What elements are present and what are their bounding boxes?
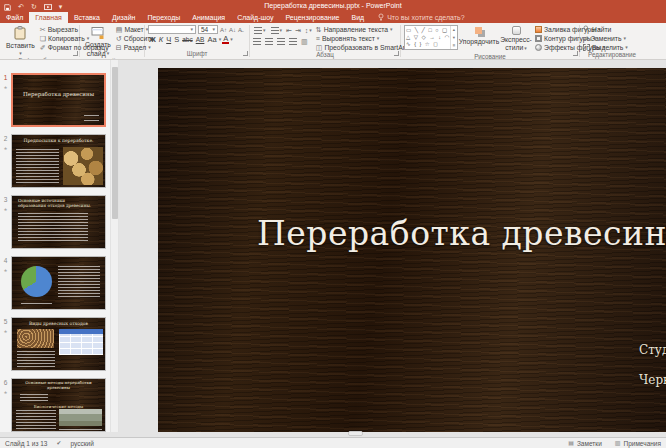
- slide-number: 3: [4, 196, 8, 203]
- drawing-dialog-launcher[interactable]: [573, 51, 578, 56]
- slide-byline-1[interactable]: Студ: [639, 343, 666, 357]
- change-case-button[interactable]: Аа: [206, 35, 217, 44]
- slide-thumbnail-panel: 1★ Переработка древесины 2★ Предпосылки …: [0, 60, 110, 432]
- thumbnail-item-2[interactable]: 2★ Предпосылки к переработке.: [0, 134, 110, 188]
- find-button[interactable]: Найти: [583, 25, 628, 33]
- columns-icon[interactable]: ▥: [301, 38, 308, 45]
- font-group-label: Шрифт: [148, 50, 246, 59]
- thumbnail-item-4[interactable]: 4★: [0, 256, 110, 310]
- window-title: Переработка древесины.pptx - PowerPoint: [0, 0, 666, 12]
- slide-byline-2[interactable]: Черн: [639, 373, 666, 387]
- select-button[interactable]: Выделить▾: [583, 43, 628, 51]
- shapes-scroll-down-icon[interactable]: ▾: [453, 35, 455, 40]
- paragraph-dialog-launcher[interactable]: [394, 51, 399, 56]
- tab-animations[interactable]: Анимация: [186, 12, 231, 23]
- align-left-icon[interactable]: [253, 38, 261, 45]
- shape-fill-icon: [535, 26, 542, 33]
- shapes-gallery-scroll[interactable]: ▴ ▾ ≡: [450, 26, 457, 49]
- quick-styles-icon: [512, 26, 521, 35]
- thumbnail-item-6[interactable]: 6★ Основные методы переработки древесины…: [0, 378, 110, 432]
- tell-me-box[interactable]: Что вы хотите сделать?: [370, 12, 472, 23]
- thumb-title: Переработка древесины: [15, 91, 102, 97]
- thumbnail-item-3[interactable]: 3★ Основные источники образования отходо…: [0, 195, 110, 249]
- replace-icon: ⇄: [583, 35, 589, 42]
- new-slide-button[interactable]: Создать слайд▾: [83, 25, 113, 58]
- numbering-icon: [271, 27, 279, 34]
- new-slide-icon: [91, 26, 104, 40]
- comments-button[interactable]: ▥Примечания: [615, 440, 661, 447]
- redo-icon[interactable]: ↻: [31, 3, 37, 10]
- spellcheck-button[interactable]: ✔: [56, 440, 61, 446]
- start-slideshow-icon[interactable]: [44, 0, 52, 15]
- waste-types-table: [59, 329, 103, 355]
- numbering-button[interactable]: ▾: [270, 26, 284, 35]
- increase-indent-icon[interactable]: ⇥: [295, 27, 301, 34]
- slide-title-textbox[interactable]: Переработка древесины: [257, 214, 666, 253]
- strikethrough-button[interactable]: abc: [181, 35, 193, 44]
- slide-6-thumbnail[interactable]: Основные методы переработки древесины Би…: [11, 378, 106, 432]
- slide-1-thumbnail[interactable]: Переработка древесины: [11, 73, 106, 127]
- slide-3-thumbnail[interactable]: Основные источники образования отходов д…: [11, 195, 106, 249]
- italic-button[interactable]: К: [158, 35, 164, 44]
- text-direction-button[interactable]: ⇅Направление текста▾: [316, 25, 412, 33]
- thumbnail-scrollbar[interactable]: [110, 60, 119, 432]
- undo-icon[interactable]: ↶: [18, 3, 24, 10]
- tab-design[interactable]: Дизайн: [106, 12, 142, 23]
- clipboard-dialog-launcher[interactable]: [73, 51, 78, 56]
- save-icon[interactable]: [4, 0, 11, 15]
- font-dialog-launcher[interactable]: [243, 51, 248, 56]
- justify-icon[interactable]: [289, 38, 297, 45]
- font-name-combobox[interactable]: ▾: [148, 25, 196, 34]
- shapes-gallery[interactable]: ▭ ╲ ╱ □ ○ ▢ △ ▽ ◇ → ↓ ◠ ∿ { } ☆ ◻ ▴ ▾ ≡: [404, 25, 458, 50]
- grow-font-icon[interactable]: А↑: [220, 27, 227, 33]
- ribbon-tabs: Файл Главная Вставка Дизайн Переходы Ани…: [0, 12, 666, 23]
- powerpoint-window: ↶ ↻ ▾ Переработка древесины.pptx - Power…: [0, 0, 666, 448]
- language-button[interactable]: русский: [70, 440, 93, 447]
- tab-review[interactable]: Рецензирование: [279, 12, 345, 23]
- thumbnail-scrollbar-thumb[interactable]: [112, 67, 118, 219]
- clear-formatting-icon[interactable]: А̶: [238, 27, 242, 33]
- quick-styles-button[interactable]: Экспресс- стили▾: [500, 25, 532, 53]
- shapes-more-icon[interactable]: ≡: [453, 43, 456, 48]
- arrange-button[interactable]: Упорядочить: [461, 25, 497, 46]
- customize-qat-icon[interactable]: ▾: [59, 3, 63, 10]
- font-color-button[interactable]: А: [222, 35, 229, 44]
- decrease-indent-icon[interactable]: ⇤: [286, 27, 292, 34]
- shapes-scroll-up-icon[interactable]: ▴: [453, 27, 455, 32]
- underline-button[interactable]: Ч: [165, 35, 172, 44]
- tab-insert[interactable]: Вставка: [68, 12, 106, 23]
- transition-star-icon: ★: [0, 268, 11, 273]
- text-shadow-button[interactable]: S: [173, 35, 180, 44]
- bullets-icon: [254, 27, 262, 34]
- align-right-icon[interactable]: [277, 38, 285, 45]
- bullets-button[interactable]: ▾: [253, 26, 267, 35]
- slide-2-thumbnail[interactable]: Предпосылки к переработке.: [11, 134, 106, 188]
- paste-button[interactable]: Вставить ▾: [4, 25, 37, 57]
- tab-slideshow[interactable]: Слайд-шоу: [231, 12, 279, 23]
- slide-canvas[interactable]: Переработка древесины Студ Черн: [158, 68, 666, 432]
- thumbnail-item-5[interactable]: 5★ Виды древесных отходов: [0, 317, 110, 371]
- notes-button[interactable]: ▤Заметки: [568, 440, 602, 447]
- thumb-title: Виды древесных отходов: [14, 321, 103, 326]
- group-paragraph: ▾ ▾ ⇤ ⇥ ↕▾ ▥ ⇅Направление т: [250, 23, 400, 59]
- tab-view[interactable]: Вид: [346, 12, 371, 23]
- ribbon: Вставить ▾ ✂Вырезать ❏Копировать▾ ✐Форма…: [0, 23, 666, 60]
- line-spacing-button[interactable]: ↕▾: [304, 26, 313, 35]
- thumbnail-item-1[interactable]: 1★ Переработка древесины: [0, 73, 110, 127]
- bold-button[interactable]: Ж: [148, 35, 157, 44]
- character-spacing-button[interactable]: АВ: [195, 35, 206, 44]
- font-size-combobox[interactable]: 54▾: [198, 25, 218, 34]
- tab-transitions[interactable]: Переходы: [141, 12, 186, 23]
- align-center-icon[interactable]: [265, 38, 273, 45]
- slide-5-thumbnail[interactable]: Виды древесных отходов: [11, 317, 106, 371]
- slide-4-thumbnail[interactable]: [11, 256, 106, 310]
- replace-button[interactable]: ⇄Заменить▾: [583, 34, 628, 42]
- lightbulb-icon: [378, 13, 384, 23]
- horizontal-scrollbar-handle[interactable]: [348, 431, 363, 436]
- shrink-font-icon[interactable]: А↓: [229, 27, 236, 33]
- transition-star-icon: ★: [0, 207, 11, 212]
- align-text-button[interactable]: ≡Выровнять текст▾: [316, 34, 412, 42]
- smartart-button[interactable]: ◫Преобразовать в SmartArt▾: [316, 43, 412, 51]
- pie-chart: [21, 266, 52, 297]
- group-clipboard: Вставить ▾ ✂Вырезать ❏Копировать▾ ✐Форма…: [1, 23, 79, 59]
